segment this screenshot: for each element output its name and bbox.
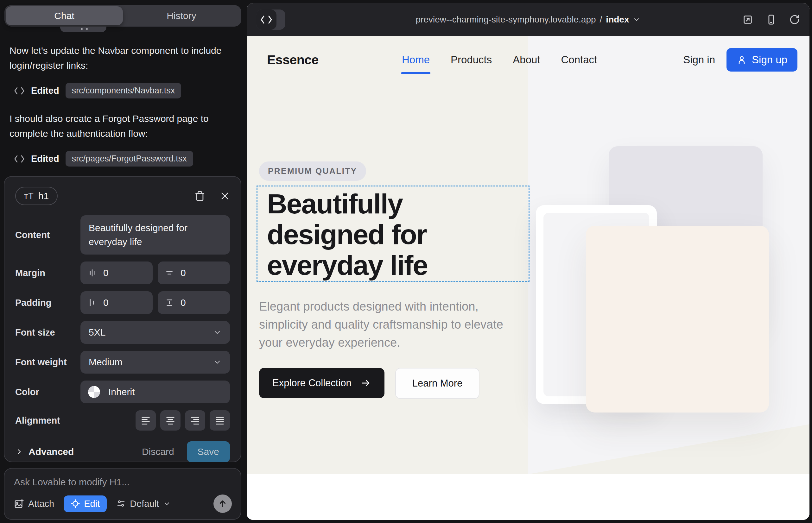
padding-y-input[interactable]: 0	[158, 291, 230, 314]
padding-vertical-icon	[165, 298, 174, 307]
align-center-button[interactable]	[160, 410, 180, 431]
send-button[interactable]	[213, 494, 232, 513]
margin-x-input[interactable]: 0	[81, 262, 153, 284]
sign-in-link[interactable]: Sign in	[683, 54, 715, 66]
site-navbar: Essence Home Products About Contact Sign…	[247, 36, 810, 84]
hero-decorative-wedge	[528, 424, 810, 474]
chevron-down-icon	[163, 500, 171, 507]
user-icon	[737, 55, 747, 65]
content-row: Content Beautifully designed for everyda…	[15, 215, 230, 254]
discard-button[interactable]: Discard	[142, 446, 174, 457]
sign-up-button[interactable]: Sign up	[726, 48, 797, 72]
file-chip[interactable]: src/components/Navbar.tsx	[66, 83, 181, 98]
code-icon	[14, 87, 25, 95]
code-preview-toggle[interactable]	[256, 10, 285, 30]
align-left-button[interactable]	[136, 410, 156, 431]
learn-more-button[interactable]: Learn More	[395, 368, 480, 399]
explore-collection-button[interactable]: Explore Collection	[259, 368, 385, 398]
edited-label: Edited	[31, 154, 59, 164]
align-center-icon	[165, 415, 176, 426]
attach-button[interactable]: Attach	[14, 499, 54, 509]
font-weight-value: Medium	[89, 357, 123, 367]
chat-composer: Attach Edit Default	[4, 468, 241, 520]
content-input[interactable]: Beautifully designed for everyday life	[81, 215, 230, 254]
padding-horizontal-icon	[87, 298, 97, 307]
file-chip[interactable]: src/pages/ForgotPassword.tsx	[66, 151, 193, 166]
selected-h1-element[interactable]: Beautifully designed for everyday life	[257, 185, 530, 282]
explore-collection-label: Explore Collection	[272, 377, 352, 389]
open-external-button[interactable]	[742, 14, 753, 25]
default-label: Default	[130, 499, 159, 509]
chat-message: I should also create a Forgot Password p…	[10, 111, 237, 141]
trash-icon	[194, 190, 205, 202]
padding-y-value: 0	[180, 297, 186, 308]
font-weight-row: Font weight Medium	[15, 351, 230, 374]
padding-x-value: 0	[103, 297, 109, 308]
attach-label: Attach	[28, 499, 54, 509]
margin-y-value: 0	[180, 268, 186, 278]
nav-link-products[interactable]: Products	[451, 54, 492, 66]
align-justify-button[interactable]	[210, 410, 230, 431]
advanced-toggle[interactable]: Advanced	[15, 446, 74, 457]
site-preview: Essence Home Products About Contact Sign…	[247, 36, 810, 520]
nav-link-about[interactable]: About	[513, 54, 540, 66]
font-size-value: 5XL	[89, 327, 105, 338]
arrow-right-icon	[360, 378, 371, 389]
padding-x-input[interactable]: 0	[81, 291, 153, 314]
chat-message: Now let's update the Navbar component to…	[10, 43, 237, 73]
color-swatch	[88, 386, 100, 398]
preview-url: preview--charming-site-symphony.lovable.…	[416, 15, 596, 25]
model-default-selector[interactable]: Default	[116, 499, 171, 509]
scrolled-badge-partial	[60, 26, 106, 32]
sliders-icon	[116, 499, 126, 508]
hero-heading: Beautifully designed for everyday life	[267, 188, 529, 281]
align-justify-icon	[214, 415, 225, 426]
refresh-icon	[789, 14, 800, 25]
target-icon	[71, 499, 80, 508]
sign-up-label: Sign up	[752, 54, 787, 66]
editor-header: тT h1	[15, 184, 230, 208]
color-label: Color	[15, 387, 81, 397]
site-logo[interactable]: Essence	[267, 53, 319, 68]
advanced-label: Advanced	[29, 446, 74, 457]
edit-label: Edit	[84, 499, 100, 509]
padding-row: Padding 0 0	[15, 291, 230, 314]
url-bar[interactable]: preview--charming-site-symphony.lovable.…	[416, 15, 641, 25]
element-editor-panel: тT h1 Content Beautifully designed for e…	[4, 176, 241, 462]
page-selector[interactable]: index	[606, 15, 629, 25]
chat-input[interactable]	[14, 477, 217, 488]
color-select[interactable]: Inherit	[81, 381, 230, 403]
font-size-select[interactable]: 5XL	[81, 321, 230, 344]
margin-row: Margin 0 0	[15, 262, 230, 284]
edited-file-row: Edited src/components/Navbar.tsx	[14, 83, 237, 98]
edited-file-row: Edited src/pages/ForgotPassword.tsx	[14, 151, 237, 166]
smartphone-icon	[766, 14, 777, 25]
save-button[interactable]: Save	[187, 441, 230, 462]
close-icon	[220, 191, 230, 201]
align-right-button[interactable]	[185, 410, 205, 431]
code-icon	[14, 155, 25, 163]
chevron-down-icon	[213, 328, 222, 337]
type-icon: тT	[24, 191, 34, 201]
font-size-row: Font size 5XL	[15, 321, 230, 344]
font-size-label: Font size	[15, 327, 81, 338]
close-panel-button[interactable]	[220, 191, 230, 201]
chevron-down-icon	[213, 358, 222, 366]
margin-label: Margin	[15, 268, 81, 278]
chat-message-list[interactable]: Now let's update the Navbar component to…	[10, 43, 237, 179]
color-value: Inherit	[108, 386, 135, 397]
refresh-button[interactable]	[789, 14, 800, 25]
tab-history[interactable]: History	[123, 6, 240, 25]
chevron-right-icon	[15, 448, 23, 456]
align-left-icon	[140, 415, 151, 426]
mobile-view-button[interactable]	[766, 14, 777, 25]
delete-element-button[interactable]	[194, 190, 205, 202]
tab-chat[interactable]: Chat	[6, 6, 123, 25]
selected-element-pill[interactable]: тT h1	[15, 187, 58, 205]
preview-frame: preview--charming-site-symphony.lovable.…	[247, 3, 810, 520]
nav-link-home[interactable]: Home	[402, 54, 430, 66]
edit-mode-button[interactable]: Edit	[64, 495, 107, 512]
margin-y-input[interactable]: 0	[158, 262, 230, 284]
nav-link-contact[interactable]: Contact	[561, 54, 597, 66]
font-weight-select[interactable]: Medium	[81, 351, 230, 374]
